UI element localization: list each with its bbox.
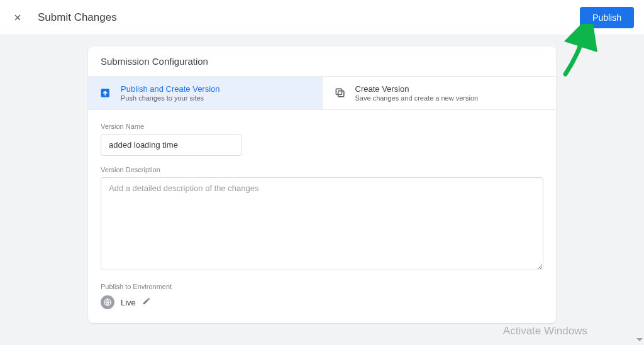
- copy-icon: [334, 87, 347, 99]
- tab-publish-create[interactable]: Publish and Create Version Push changes …: [88, 77, 323, 109]
- environment-name: Live: [121, 298, 136, 307]
- tab-create-sub: Save changes and create a new version: [355, 94, 479, 102]
- tab-create-title: Create Version: [355, 84, 479, 94]
- version-desc-label: Version Description: [101, 166, 543, 173]
- close-button[interactable]: [10, 10, 25, 25]
- svg-rect-2: [336, 89, 341, 94]
- tab-publish-title: Publish and Create Version: [121, 84, 220, 94]
- version-name-input[interactable]: [101, 134, 242, 156]
- topbar: Submit Changes Publish: [0, 0, 644, 35]
- upload-icon: [99, 87, 112, 99]
- config-tabs: Publish and Create Version Push changes …: [88, 76, 556, 110]
- submission-card: Submission Configuration Publish and Cre…: [88, 47, 556, 323]
- version-desc-input[interactable]: [101, 177, 543, 270]
- svg-rect-1: [338, 91, 343, 97]
- content-scroll[interactable]: Submission Configuration Publish and Cre…: [0, 35, 644, 345]
- close-icon: [13, 13, 23, 23]
- scroll-down-icon: [636, 338, 643, 341]
- publish-button[interactable]: Publish: [580, 7, 634, 28]
- card-header: Submission Configuration: [88, 47, 556, 76]
- version-name-label: Version Name: [101, 123, 543, 130]
- form-body: Version Name Version Description Publish…: [88, 110, 556, 323]
- pencil-icon: [142, 297, 151, 305]
- edit-environment-button[interactable]: [142, 297, 151, 308]
- tab-create-version[interactable]: Create Version Save changes and create a…: [323, 77, 557, 109]
- publish-env-label: Publish to Environment: [101, 283, 543, 290]
- page-title: Submit Changes: [38, 11, 580, 24]
- globe-icon: [101, 295, 114, 309]
- tab-publish-sub: Push changes to your sites: [121, 94, 220, 102]
- environment-row: Live: [101, 295, 543, 309]
